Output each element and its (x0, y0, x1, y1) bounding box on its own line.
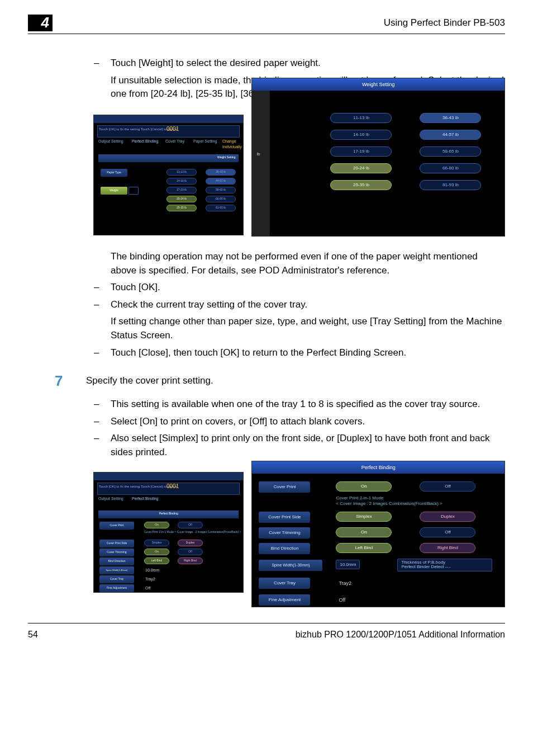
wt-36-43[interactable]: 36-43 lb (206, 169, 236, 176)
panel-header: Perfect Binding (252, 461, 505, 474)
btn-20-24[interactable]: 20-24 lb (330, 163, 392, 173)
ct-off[interactable]: Off (178, 549, 203, 555)
ok-mini[interactable] (129, 187, 139, 195)
lbl-bd: Bind Direction (259, 543, 310, 554)
bd-left[interactable]: Left Bind (144, 557, 169, 564)
wt-20-24[interactable]: 20-24 lb (166, 196, 197, 202)
bullet-dash: – (94, 432, 99, 446)
cp-on[interactable]: On (144, 522, 169, 528)
counter-value: 0001 (166, 125, 179, 134)
btn-36-43[interactable]: 36-43 lb (420, 113, 481, 123)
post-image-paragraph: The binding operation may not be perform… (111, 250, 505, 277)
bd-left[interactable]: Left Bind (336, 543, 392, 553)
lbl-ct: Cover Trimming (99, 549, 134, 556)
btn-66-80[interactable]: 66-80 lb (420, 163, 481, 173)
btn-17-19[interactable]: 17-19 lb (330, 147, 392, 157)
panel-header: Weight Setting (252, 78, 505, 91)
screenshot-weight-large: Weight Setting lb 11-13 lb 14-16 lb 17-1… (251, 78, 505, 237)
wt-17-19[interactable]: 17-19 lb (166, 187, 197, 193)
lbl-sw: Spine Width(1-30mm) (259, 560, 322, 571)
step-7-text: Specify the cover print setting. (86, 371, 213, 392)
fa-val: Off (145, 585, 150, 591)
manual-title: bizhub PRO 1200/1200P/1051 Additional In… (296, 628, 505, 641)
fa-value: Off (339, 597, 345, 604)
bullet-dash: – (94, 346, 99, 360)
btn-81-93[interactable]: 81-93 lb (420, 180, 481, 190)
step-number-7: 7 (55, 371, 86, 392)
tab-perfect-binding[interactable]: Perfect Binding (132, 139, 158, 144)
screenshot-pb-small: Touch [OK] to fix the setting Touch [Can… (93, 472, 244, 593)
sw-value: 10.0mm (336, 560, 360, 570)
lbl-cover-print: Cover Print (259, 481, 310, 493)
cp-note2: < Cover Image : 2 Images Combination(Fro… (336, 500, 442, 507)
lbl-fa: Fine Adjustment (259, 594, 310, 606)
tray-value: Tray2 (339, 580, 351, 587)
bullet-dash: – (94, 281, 99, 295)
wt-25-35[interactable]: 25-35 lb (166, 205, 197, 211)
counter-value: 0001 (166, 483, 179, 491)
cp-on[interactable]: On (336, 481, 392, 492)
cps-simplex[interactable]: Simplex (336, 512, 392, 522)
thickness-box: Thickness of P.B.body Perfect Binder Det… (397, 559, 492, 572)
cps-duplex[interactable]: Duplex (420, 512, 475, 522)
side-weight[interactable]: Weight (101, 187, 127, 195)
bullet-text: Touch [Weight] to select the desired pap… (111, 58, 321, 68)
wt-14-16[interactable]: 14-16 lb (166, 178, 197, 185)
thick1: Thickness of P.B.body (401, 560, 445, 565)
chapter-number: 4 (28, 15, 53, 31)
bullet-text: Touch [Close], then touch [OK] to return… (111, 347, 406, 358)
unit-label: lb (256, 151, 260, 158)
btn-44-57[interactable]: 44-57 lb (420, 130, 481, 140)
cps-simplex[interactable]: Simplex (144, 540, 169, 546)
bd-right[interactable]: Right Bind (178, 557, 203, 564)
bullet-dash: – (94, 298, 99, 312)
wt-66-80[interactable]: 66-80 lb (206, 196, 236, 202)
tab-perfect-binding[interactable]: Perfect Binding (132, 496, 158, 502)
wt-81-93[interactable]: 81-93 lb (206, 205, 236, 211)
panel-title-bar: Perfect Binding (98, 511, 239, 518)
ct-off[interactable]: Off (420, 527, 475, 537)
lbl-fa: Fine Adjustment (99, 584, 134, 592)
screenshot-weight-small: Touch [OK] to fix the setting Touch [Can… (93, 115, 244, 235)
bullet-continuation: If setting change other than paper size,… (111, 315, 505, 342)
wt-58-65[interactable]: 58-65 lb (206, 187, 236, 193)
cp-off[interactable]: Off (178, 522, 203, 528)
tab-output[interactable]: Output Setting (98, 139, 123, 144)
btn-14-16[interactable]: 14-16 lb (330, 130, 392, 140)
tab-paper-setting[interactable]: Paper Setting (193, 139, 217, 144)
sw-val: 10.0mm (145, 568, 159, 573)
tab-cover-tray[interactable]: Cover Tray (165, 139, 184, 144)
bd-right[interactable]: Right Bind (420, 543, 475, 553)
wt-44-57[interactable]: 44-57 lb (206, 178, 236, 185)
wt-11-13[interactable]: 11-13 lb (166, 169, 197, 176)
header-rule (28, 34, 505, 34)
bullet-dash: – (94, 56, 99, 70)
lbl-bd: Bind Direction (99, 557, 134, 565)
btn-25-35[interactable]: 25-35 lb (330, 180, 392, 190)
cp-note: Cover Print 2-in-1 Mode < Cover Image : … (144, 530, 241, 534)
bullet-text: Check the current tray setting of the co… (111, 299, 307, 310)
side-paper-type[interactable]: Paper Type (101, 169, 127, 177)
tab-output[interactable]: Output Setting (98, 496, 123, 502)
page-header-title: Using Perfect Binder PB-503 (384, 16, 505, 30)
bullet-dash: – (94, 398, 99, 412)
ct-on[interactable]: On (144, 549, 169, 555)
screenshot-pb-large: Perfect Binding Cover Print On Off Cover… (251, 461, 505, 607)
bullet-text: Touch [OK]. (111, 282, 160, 292)
lbl-cover-print: Cover Print (99, 522, 134, 530)
ct-on[interactable]: On (336, 527, 392, 537)
bullet-dash: – (94, 415, 99, 429)
btn-58-65[interactable]: 58-65 lb (420, 147, 481, 157)
lbl-cps: Cover Print Side (259, 512, 310, 523)
btn-11-13[interactable]: 11-13 lb (330, 113, 392, 123)
bullet-text: Select [On] to print on covers, or [Off]… (111, 416, 365, 427)
bullet-text: This setting is available when one of th… (111, 399, 480, 409)
bullet-text: Also select [Simplex] to print only on t… (111, 433, 489, 457)
panel-title-bar: Weight Setting (98, 154, 239, 162)
tray-val: Tray2 (145, 577, 155, 582)
cps-duplex[interactable]: Duplex (178, 540, 203, 546)
lbl-sw: Spine Width(1-30mm) (99, 566, 134, 574)
lbl-cps: Cover Print Side (99, 540, 134, 547)
tab-change-individually[interactable]: Change Individually (222, 139, 243, 150)
cp-off[interactable]: Off (420, 481, 475, 492)
